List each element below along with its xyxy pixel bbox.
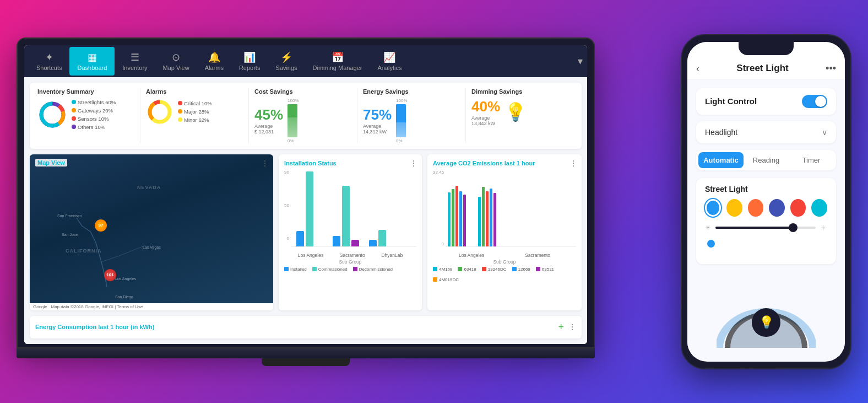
swatch-cyan[interactable] <box>811 199 827 217</box>
sac-commissioned <box>342 186 350 246</box>
phone: ‹ Street Light ••• Light Control Headlig… <box>681 34 851 369</box>
co2-title: Average CO2 Emissions last 1 hour <box>433 160 576 166</box>
legend-critical: Critical 10% <box>178 99 212 108</box>
co2-la-2 <box>452 189 454 246</box>
vertical-slider-dot[interactable] <box>707 240 715 248</box>
charts-row: NEVADA CALIFORNIA San Francisco San Jose… <box>30 154 582 310</box>
co2-legend-63521: 63521 <box>536 267 554 272</box>
legend-major: Major 28% <box>178 108 212 116</box>
inventory-title: Inventory Summary <box>37 88 133 95</box>
nav-savings[interactable]: ⚡ Savings <box>268 47 305 76</box>
nav-mapview[interactable]: ⊙ Map View <box>155 47 197 76</box>
alarms-title: Alarms <box>146 88 242 95</box>
nav-reports[interactable]: 📊 Reports <box>231 47 268 76</box>
mode-tabs: Automatic Reading Timer <box>696 150 836 170</box>
y-axis-install: 90500 <box>284 170 291 241</box>
map-menu-icon[interactable]: ⋮ <box>261 159 269 168</box>
tab-reading[interactable]: Reading <box>744 152 789 168</box>
swatch-indigo[interactable] <box>769 199 785 217</box>
energy-plus-icon[interactable]: + <box>558 321 564 333</box>
installation-menu-icon[interactable]: ⋮ <box>410 159 417 168</box>
map-title: Map View <box>35 159 67 166</box>
nav-dimming[interactable]: 📅 Dimming Manager <box>305 47 370 76</box>
brightness-slider-fill <box>715 227 791 229</box>
bulb-light-icon: 💡 <box>759 315 774 330</box>
swatch-orange[interactable] <box>748 199 764 217</box>
laptop: ✦ Shortcuts ▦ Dashboard ☰ Inventory ⊙ Ma… <box>17 37 595 366</box>
headlight-dropdown[interactable]: Headlight ∨ <box>696 121 836 143</box>
toggle-knob <box>815 96 826 107</box>
mapview-icon: ⊙ <box>172 51 180 63</box>
phone-back-button[interactable]: ‹ <box>696 63 699 74</box>
x-labels-install: Los AngelesSacramentoDhyanLab <box>284 252 416 258</box>
laptop-base <box>17 348 595 358</box>
co2-la-4 <box>459 191 462 246</box>
vertical-slider <box>705 240 827 252</box>
energy-menu-icon[interactable]: ⋮ <box>568 323 576 331</box>
phone-title: Street Light <box>736 63 788 74</box>
map-pin-97: 97 <box>95 219 107 232</box>
co2-sac-4 <box>490 189 492 246</box>
stats-row: Inventory Summary Streetlights 60% Gatew… <box>30 83 582 149</box>
nav-dashboard[interactable]: ▦ Dashboard <box>69 47 115 76</box>
nav-analytics[interactable]: 📈 Analytics <box>370 47 409 76</box>
energy-consumption-card: Energy Consumption last 1 hour (in kWh) … <box>30 316 582 338</box>
nav-reports-label: Reports <box>239 65 261 71</box>
navbar: ✦ Shortcuts ▦ Dashboard ☰ Inventory ⊙ Ma… <box>24 45 587 77</box>
dropdown-label: Headlight <box>705 128 737 137</box>
co2-legend-63418: 63418 <box>458 267 476 272</box>
brightness-slider-thumb[interactable] <box>789 223 798 232</box>
cost-title: Cost Savings <box>254 88 350 95</box>
nav-analytics-label: Analytics <box>377 65 402 71</box>
nav-inventory-label: Inventory <box>122 65 147 71</box>
bulb-center: 💡 <box>752 308 780 337</box>
inventory-summary: Inventory Summary Streetlights 60% Gatew… <box>37 88 140 143</box>
dimming-avg: Average <box>471 115 500 121</box>
phone-header: ‹ Street Light ••• <box>687 58 845 79</box>
cost-value: $ 12,031 <box>254 129 283 135</box>
co2-legend-13246dc: 13246DC <box>482 267 507 272</box>
brightness-slider-track[interactable] <box>715 227 816 229</box>
swatch-blue[interactable] <box>705 199 721 217</box>
legend-installed: Installed <box>284 267 307 272</box>
swatch-yellow[interactable] <box>726 199 742 217</box>
light-control-toggle[interactable] <box>802 95 827 108</box>
co2-la <box>448 186 466 246</box>
co2-legend-4m019dc: 4M019DC <box>433 277 459 282</box>
bulb-icon-circle[interactable]: 💡 <box>752 308 780 337</box>
la-bars <box>296 171 323 246</box>
swatch-red[interactable] <box>790 199 806 217</box>
legend-others: Others 10% <box>72 123 116 131</box>
nav-inventory[interactable]: ☰ Inventory <box>115 47 155 76</box>
shortcuts-icon: ✦ <box>45 51 53 63</box>
tab-automatic[interactable]: Automatic <box>698 152 744 168</box>
nav-more-icon[interactable]: ▾ <box>578 55 583 67</box>
co2-sac-5 <box>493 193 496 246</box>
cost-percent: 45% <box>254 106 283 123</box>
legend-sensors: Sensors 10% <box>72 115 116 123</box>
nav-shortcuts[interactable]: ✦ Shortcuts <box>29 47 69 76</box>
brightness-min-icon: ☀ <box>705 224 711 232</box>
co2-menu-icon[interactable]: ⋮ <box>569 159 577 168</box>
phone-more-button[interactable]: ••• <box>826 63 836 74</box>
dimming-savings: Dimming Savings 40% Average 13,843 kW 💡 <box>471 88 574 143</box>
alarms-donut <box>146 98 173 126</box>
energy-percent: 75% <box>363 106 392 123</box>
nav-alarms[interactable]: 🔔 Alarms <box>197 47 231 76</box>
alarms-inner: Critical 10% Major 28% Minor 62% <box>146 98 242 126</box>
co2-la-5 <box>463 195 466 246</box>
dimming-icon: 📅 <box>332 51 344 63</box>
y-axis-co2: 32.450 <box>433 170 446 247</box>
phone-body: Light Control Headlight ∨ Automatic Read… <box>687 79 845 357</box>
nav-savings-label: Savings <box>275 65 297 71</box>
co2-sac-1 <box>478 197 481 246</box>
energy-value: 14,312 kW <box>363 129 392 135</box>
map-roads <box>30 154 273 303</box>
tab-timer[interactable]: Timer <box>789 152 834 168</box>
color-section: Street Light ☀ <box>696 178 836 264</box>
color-swatches <box>705 199 827 217</box>
dhyan-bars <box>369 230 386 246</box>
co2-la-1 <box>448 192 451 246</box>
installation-chart: Installation Status ⋮ 90500 <box>279 154 422 310</box>
light-control-row: Light Control <box>696 88 836 115</box>
